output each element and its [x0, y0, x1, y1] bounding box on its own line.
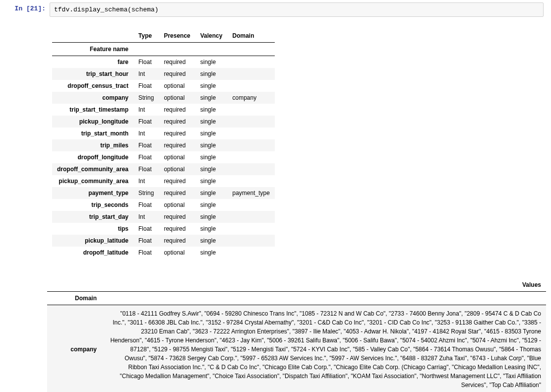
feature-type: Int	[133, 175, 159, 187]
feature-type: Float	[133, 56, 159, 68]
feature-type: String	[133, 187, 159, 199]
col-presence: Presence	[159, 29, 195, 43]
feature-presence: required	[159, 128, 195, 139]
feature-valency: single	[195, 199, 228, 211]
cell-prompt: In [21]:	[5, 2, 50, 17]
feature-name: trip_start_month	[52, 128, 133, 139]
feature-type: Int	[133, 211, 159, 223]
feature-presence: required	[159, 187, 195, 199]
feature-type: Float	[133, 223, 159, 235]
col-domain-values: Values	[102, 278, 546, 292]
feature-presence: optional	[159, 247, 195, 259]
feature-name: company	[52, 92, 133, 104]
feature-valency: single	[195, 128, 228, 139]
feature-domain	[227, 139, 274, 151]
feature-name: pickup_latitude	[52, 235, 133, 247]
feature-domain	[227, 163, 274, 175]
col-valency: Valency	[195, 29, 228, 43]
table-row: dropoff_community_areaFloatoptionalsingl…	[52, 163, 275, 175]
domain-values: "0118 - 42111 Godfrey S.Awir", "0694 - 5…	[102, 305, 546, 392]
feature-name: pickup_community_area	[52, 175, 133, 187]
feature-name: dropoff_longitude	[52, 151, 133, 163]
feature-type: String	[133, 92, 159, 104]
feature-domain	[227, 116, 274, 128]
feature-presence: optional	[159, 199, 195, 211]
feature-presence: required	[159, 56, 195, 68]
feature-presence: required	[159, 211, 195, 223]
domain-table: Values Domain company"0118 - 42111 Godfr…	[47, 278, 546, 392]
feature-type: Float	[133, 235, 159, 247]
domain-name: company	[47, 305, 102, 392]
feature-name: fare	[52, 56, 133, 68]
feature-type: Float	[133, 80, 159, 92]
col-domain-name	[47, 278, 102, 292]
table-row: company"0118 - 42111 Godfrey S.Awir", "0…	[47, 305, 546, 392]
feature-type: Int	[133, 128, 159, 139]
feature-valency: single	[195, 187, 228, 199]
table-row: trip_start_monthIntrequiredsingle	[52, 128, 275, 139]
feature-valency: single	[195, 56, 228, 68]
schema-output: Type Presence Valency Domain Feature nam…	[47, 19, 551, 259]
table-row: tipsFloatrequiredsingle	[52, 223, 275, 235]
feature-domain	[227, 199, 274, 211]
feature-presence: required	[159, 104, 195, 116]
feature-type: Float	[133, 151, 159, 163]
feature-presence: optional	[159, 92, 195, 104]
feature-name: trip_start_hour	[52, 68, 133, 80]
feature-presence: required	[159, 175, 195, 187]
feature-valency: single	[195, 139, 228, 151]
table-row: pickup_community_areaIntrequiredsingle	[52, 175, 275, 187]
feature-valency: single	[195, 235, 228, 247]
table-row: companyStringoptionalsinglecompany	[52, 92, 275, 104]
table-row: dropoff_longitudeFloatoptionalsingle	[52, 151, 275, 163]
feature-domain	[227, 104, 274, 116]
feature-type: Int	[133, 68, 159, 80]
feature-domain	[227, 235, 274, 247]
feature-type: Float	[133, 247, 159, 259]
feature-domain	[227, 211, 274, 223]
feature-domain	[227, 80, 274, 92]
feature-domain	[227, 223, 274, 235]
feature-presence: required	[159, 116, 195, 128]
feature-name: trip_seconds	[52, 199, 133, 211]
feature-valency: single	[195, 151, 228, 163]
feature-name: pickup_longitude	[52, 116, 133, 128]
feature-type: Float	[133, 163, 159, 175]
feature-name: trip_start_timestamp	[52, 104, 133, 116]
feature-type: Float	[133, 116, 159, 128]
feature-domain	[227, 151, 274, 163]
table-row: pickup_latitudeFloatrequiredsingle	[52, 235, 275, 247]
feature-valency: single	[195, 223, 228, 235]
feature-name: payment_type	[52, 187, 133, 199]
col-domain: Domain	[227, 29, 274, 43]
feature-name: trip_start_day	[52, 211, 133, 223]
feature-domain: payment_type	[227, 187, 274, 199]
table-row: fareFloatrequiredsingle	[52, 56, 275, 68]
feature-valency: single	[195, 163, 228, 175]
feature-domain: company	[227, 92, 274, 104]
feature-domain	[227, 68, 274, 80]
table-row: pickup_longitudeFloatrequiredsingle	[52, 116, 275, 128]
table-row: dropoff_latitudeFloatoptionalsingle	[52, 247, 275, 259]
feature-presence: optional	[159, 163, 195, 175]
col-feature-name: Feature name	[52, 43, 133, 56]
feature-valency: single	[195, 104, 228, 116]
feature-presence: required	[159, 223, 195, 235]
feature-presence: required	[159, 235, 195, 247]
feature-domain	[227, 247, 274, 259]
feature-type: Float	[133, 139, 159, 151]
feature-valency: single	[195, 116, 228, 128]
code-input[interactable]: tfdv.display_schema(schema)	[50, 2, 544, 17]
col-type: Type	[133, 29, 159, 43]
feature-domain	[227, 175, 274, 187]
table-row: trip_start_dayIntrequiredsingle	[52, 211, 275, 223]
feature-valency: single	[195, 247, 228, 259]
feature-presence: required	[159, 68, 195, 80]
feature-presence: optional	[159, 151, 195, 163]
code-cell: In [21]: tfdv.display_schema(schema)	[5, 0, 546, 19]
feature-domain	[227, 128, 274, 139]
feature-name: dropoff_latitude	[52, 247, 133, 259]
table-row: trip_start_timestampIntrequiredsingle	[52, 104, 275, 116]
domain-output: Values Domain company"0118 - 42111 Godfr…	[47, 278, 546, 392]
table-row: trip_start_hourIntrequiredsingle	[52, 68, 275, 80]
